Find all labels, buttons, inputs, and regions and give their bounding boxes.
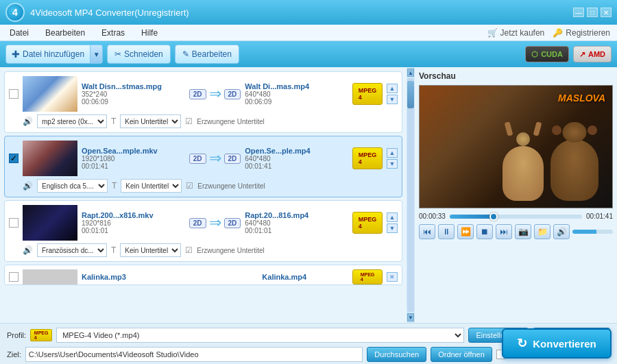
menu-datei[interactable]: Datei	[7, 27, 32, 39]
progress-fill	[450, 215, 494, 219]
target-path-input[interactable]	[25, 347, 363, 362]
cuda-button[interactable]: ⬡ CUDA	[525, 46, 569, 62]
menu-extras[interactable]: Extras	[99, 27, 128, 39]
file-checkbox-2[interactable]: ✓	[9, 154, 19, 163]
audio-select-2[interactable]: Englisch dca 5....	[37, 179, 108, 193]
scroll-down-arrow[interactable]: ▼	[407, 313, 414, 321]
add-file-dropdown[interactable]: ▼	[90, 45, 102, 64]
mpeg-profile-icon: MPEG4	[30, 329, 52, 341]
badge-2d-in-3: 2D	[189, 218, 206, 228]
edit-icon: ✎	[182, 49, 189, 59]
progress-thumb[interactable]	[489, 213, 498, 221]
file-list-area: Walt Disn...stmas.mpg 352*240 00:06:09 2…	[0, 67, 415, 323]
cut-button[interactable]: ✂ Schneiden	[107, 45, 171, 64]
subtitle-select-2[interactable]: Kein Untertitel	[121, 179, 182, 193]
mpeg-badge-1: MPEG4	[352, 83, 383, 105]
cart-icon: 🛒	[487, 28, 498, 38]
subtitle-icon-2: T	[112, 181, 117, 191]
menu-bearbeiten[interactable]: Bearbeiten	[43, 27, 88, 39]
scroll-track[interactable]	[407, 78, 414, 312]
mpeg-badge-3: MPEG4	[352, 212, 383, 234]
pause-button[interactable]: ⏸	[438, 224, 455, 239]
output-filename-3: Rapt.20...816.mp4	[245, 211, 348, 219]
menu-hilfe[interactable]: Hilfe	[138, 27, 160, 39]
progress-bar[interactable]	[450, 215, 582, 219]
screenshot-button[interactable]: 📷	[515, 224, 531, 239]
scroll-thumb[interactable]	[407, 81, 414, 108]
stop-button[interactable]: ⏹	[476, 224, 493, 239]
maslova-sign: MASLOVA	[558, 93, 605, 104]
forced-subtitle-label-2: Erzwungene Untertitel	[197, 182, 265, 190]
title-bar: 4 4Videosoft MP4 Converter(Unregistriert…	[0, 0, 617, 25]
close-button[interactable]: ✕	[601, 8, 612, 17]
time-current: 00:00:33	[419, 213, 446, 220]
convert-button[interactable]: ↻ Konvertieren	[502, 328, 612, 359]
volume-button[interactable]: 🔊	[553, 224, 570, 239]
output-resolution-2: 640*480	[245, 155, 348, 162]
amd-button[interactable]: ↗ AMD	[573, 46, 612, 62]
file-thumbnail-2	[23, 141, 77, 176]
preview-panel: Vorschau MASLOVA	[415, 67, 617, 323]
audio-icon-1: 🔊	[23, 117, 33, 126]
fast-forward-button[interactable]: ⏩	[457, 224, 474, 239]
output-duration-2: 00:01:41	[245, 162, 348, 170]
register-action[interactable]: 🔑 Registrieren	[553, 28, 610, 38]
edit-label: Bearbeiten	[192, 49, 232, 59]
row-up-btn-2[interactable]: ▲	[387, 148, 398, 158]
audio-select-3[interactable]: Französisch dc...	[37, 243, 107, 257]
amd-label: AMD	[588, 50, 605, 58]
file-checkbox-1[interactable]	[9, 89, 19, 99]
file-checkbox-4[interactable]	[9, 272, 19, 282]
file-row-controls-4: ✕	[387, 272, 398, 282]
playback-controls: ⏮ ⏸ ⏩ ⏹ ⏭ 📷 📁 🔊	[419, 224, 613, 239]
volume-slider[interactable]	[572, 230, 613, 234]
subtitle-icon-1: T	[111, 117, 116, 126]
next-button[interactable]: ⏭	[496, 224, 512, 239]
scroll-up-arrow[interactable]: ▲	[407, 69, 414, 77]
profile-select[interactable]: MPEG-4 Video (*.mp4)	[56, 328, 464, 343]
file-row: Walt Disn...stmas.mpg 352*240 00:06:09 2…	[4, 71, 402, 133]
badge-2d-out-1: 2D	[224, 89, 241, 99]
output-duration-3: 00:01:01	[245, 227, 348, 234]
minimize-button[interactable]: —	[573, 8, 584, 17]
nvidia-icon: ⬡	[531, 50, 538, 59]
file-checkbox-3[interactable]	[9, 218, 19, 228]
subtitle-select-1[interactable]: Kein Untertitel	[120, 114, 181, 128]
output-info-3: Rapt.20...816.mp4 640*480 00:01:01	[245, 211, 348, 234]
bear-character	[551, 139, 598, 201]
file-row-selected: ✓ Open.Sea...mple.mkv 1920*1080 00:01:41…	[4, 136, 402, 197]
add-file-button[interactable]: ✚ Datei hinzufügen ▼	[5, 45, 103, 64]
browse-button[interactable]: Durchsuchen	[367, 347, 426, 362]
output-resolution-1: 640*480	[245, 90, 348, 98]
badge-2d-out-3: 2D	[224, 218, 241, 228]
window-controls: — □ ✕	[573, 8, 612, 17]
prev-button[interactable]: ⏮	[419, 224, 435, 239]
edit-button[interactable]: ✎ Bearbeiten	[175, 45, 239, 64]
folder-button[interactable]: 📁	[534, 224, 551, 239]
file-row-controls-2: ▲ ▼	[387, 148, 398, 169]
row-down-btn-1[interactable]: ▼	[387, 95, 398, 104]
row-up-btn-3[interactable]: ▲	[387, 213, 398, 222]
title-text: 4Videosoft MP4 Converter(Unregistriert)	[30, 8, 573, 18]
badge-2d-out-2: 2D	[224, 154, 241, 164]
audio-select-1[interactable]: mp2 stereo (0x...	[37, 114, 107, 128]
add-file-main[interactable]: ✚ Datei hinzufügen	[6, 46, 90, 62]
preview-label: Vorschau	[419, 71, 613, 81]
convert-arrow-2: 2D ⇒ 2D	[189, 149, 241, 167]
maximize-button[interactable]: □	[587, 8, 598, 17]
toolbar-right: ⬡ CUDA ↗ AMD	[525, 46, 612, 62]
open-folder-button[interactable]: Ordner öffnen	[431, 347, 492, 362]
output-filename-2: Open.Se...ple.mp4	[245, 147, 348, 155]
progress-area: 00:00:33 00:01:41	[419, 213, 613, 220]
row-down-btn-3[interactable]: ▼	[387, 223, 398, 233]
row-close-btn-4[interactable]: ✕	[387, 272, 398, 282]
subtitle-select-3[interactable]: Kein Untertitel	[120, 243, 181, 257]
buy-action[interactable]: 🛒 Jetzt kaufen	[487, 28, 545, 38]
scissors-icon: ✂	[114, 49, 121, 59]
row-down-btn-2[interactable]: ▼	[387, 159, 398, 169]
file-list-scrollbar[interactable]: ▲ ▼	[407, 67, 415, 323]
file-row-3: Rapt.200...x816.mkv 1920*816 00:01:01 2D…	[4, 200, 402, 262]
forced-subtitle-icon-2: ☑	[186, 181, 193, 191]
row-up-btn-1[interactable]: ▲	[387, 84, 398, 93]
file-info-3: Rapt.200...x816.mkv 1920*816 00:01:01	[82, 211, 185, 234]
